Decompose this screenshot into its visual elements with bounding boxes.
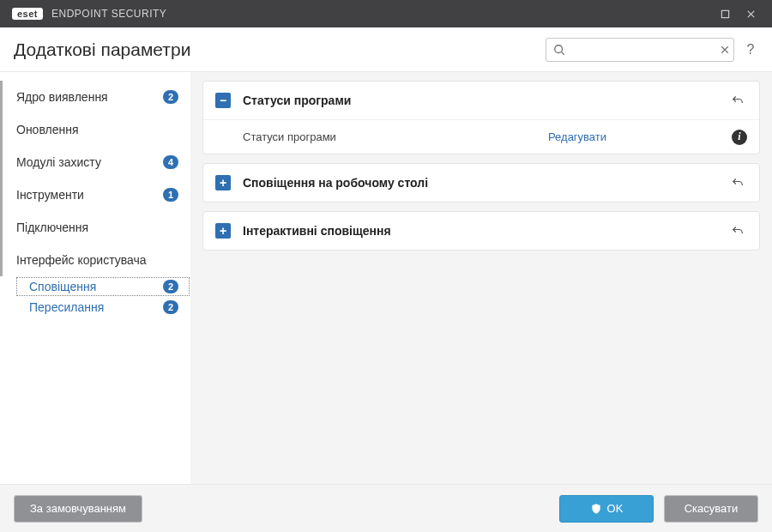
- panel-header[interactable]: + Сповіщення на робочому столі: [203, 164, 759, 202]
- sidebar-badge: 2: [163, 280, 178, 293]
- sidebar-item-label: Модулі захисту: [16, 155, 156, 169]
- row-label: Статуси програми: [243, 130, 536, 143]
- sidebar-subgroup: Сповіщення 2 Пересилання 2: [0, 276, 190, 317]
- sidebar-item-label: Оновлення: [16, 123, 178, 136]
- sidebar-item-tools[interactable]: Інструменти 1: [0, 178, 190, 211]
- sidebar-item-label: Сповіщення: [29, 280, 156, 293]
- info-icon[interactable]: i: [732, 130, 747, 145]
- undo-button[interactable]: [728, 91, 747, 110]
- shield-icon: [590, 503, 602, 515]
- panel-row: Статуси програми Редагувати i: [203, 119, 759, 154]
- default-button[interactable]: За замовчуванням: [14, 495, 142, 523]
- close-button[interactable]: [738, 5, 763, 22]
- collapse-icon: −: [215, 93, 231, 108]
- sidebar-item-connection[interactable]: Підключення: [0, 211, 190, 244]
- expand-icon: +: [215, 175, 231, 190]
- sidebar-item-detection-engine[interactable]: Ядро виявлення 2: [0, 81, 190, 113]
- footer: За замовчуванням OK Скасувати: [0, 484, 772, 532]
- undo-button[interactable]: [728, 221, 747, 240]
- sidebar-item-label: Пересилання: [29, 300, 156, 314]
- sidebar-badge: 4: [163, 155, 178, 169]
- undo-icon: [730, 175, 745, 190]
- panel-interactive-alerts: + Інтерактивні сповіщення: [202, 211, 760, 251]
- sidebar-badge: 2: [163, 90, 178, 104]
- sidebar-item-label: Інструменти: [16, 188, 156, 202]
- maximize-button[interactable]: [712, 5, 738, 22]
- panel-title: Статуси програми: [243, 94, 716, 107]
- svg-point-1: [555, 45, 563, 52]
- search-box[interactable]: [546, 38, 734, 62]
- maximize-icon: [721, 9, 730, 19]
- header: Додаткові параметри ?: [0, 27, 772, 72]
- brand-badge: eset: [12, 8, 43, 20]
- button-label: Скасувати: [685, 502, 739, 515]
- undo-icon: [730, 93, 745, 108]
- sidebar-item-protection-modules[interactable]: Модулі захисту 4: [0, 146, 190, 178]
- panel-title: Інтерактивні сповіщення: [243, 224, 716, 238]
- sidebar-sub-notifications[interactable]: Сповіщення 2: [15, 276, 190, 297]
- sidebar-item-label: Інтерфейс користувача: [16, 253, 178, 267]
- brand: eset ENDPOINT SECURITY: [12, 8, 166, 20]
- sidebar-sub-forwarding[interactable]: Пересилання 2: [15, 297, 190, 317]
- main: − Статуси програми Статуси програми Реда…: [190, 72, 772, 484]
- expand-icon: +: [215, 223, 231, 239]
- clear-icon[interactable]: [720, 44, 730, 56]
- row-action-edit[interactable]: Редагувати: [548, 130, 720, 143]
- search-input[interactable]: [570, 43, 715, 56]
- body: Ядро виявлення 2 Оновлення Модулі захист…: [0, 72, 772, 484]
- cancel-button[interactable]: Скасувати: [664, 495, 758, 523]
- sidebar-badge: 2: [163, 300, 178, 314]
- panel-desktop-notifications: + Сповіщення на робочому столі: [202, 163, 760, 203]
- button-label: OK: [607, 502, 624, 515]
- undo-button[interactable]: [728, 173, 747, 192]
- brand-name: ENDPOINT SECURITY: [51, 8, 166, 20]
- button-label: За замовчуванням: [30, 502, 126, 515]
- sidebar-badge: 1: [163, 188, 178, 202]
- panel-title: Сповіщення на робочому столі: [243, 176, 716, 190]
- undo-icon: [730, 223, 745, 239]
- ok-button[interactable]: OK: [559, 495, 654, 523]
- sidebar-item-label: Ядро виявлення: [16, 90, 156, 104]
- panel-header[interactable]: + Інтерактивні сповіщення: [203, 212, 759, 250]
- sidebar: Ядро виявлення 2 Оновлення Модулі захист…: [0, 72, 190, 484]
- sidebar-item-label: Підключення: [16, 221, 178, 234]
- sidebar-item-update[interactable]: Оновлення: [0, 113, 190, 146]
- titlebar: eset ENDPOINT SECURITY: [0, 0, 772, 27]
- close-icon: [746, 9, 756, 19]
- help-button[interactable]: ?: [743, 42, 758, 57]
- panel-app-statuses: − Статуси програми Статуси програми Реда…: [202, 81, 760, 154]
- search-icon: [553, 44, 565, 56]
- page-title: Додаткові параметри: [14, 39, 190, 60]
- panel-header[interactable]: − Статуси програми: [203, 82, 759, 119]
- svg-rect-0: [721, 10, 728, 17]
- sidebar-item-user-interface[interactable]: Інтерфейс користувача: [0, 244, 190, 276]
